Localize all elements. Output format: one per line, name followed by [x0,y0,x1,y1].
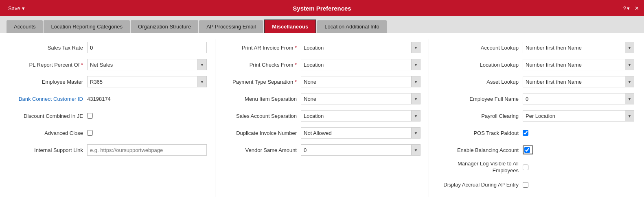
select-menu-item-sep[interactable]: None ▼ [301,93,421,104]
label-asset-lookup: Asset Lookup [437,79,523,85]
chevron-down-icon[interactable]: ▼ [411,59,420,70]
select-pl-report[interactable]: Net Sales ▼ [87,59,207,70]
row-enable-balancing: Enable Balancing Account [437,143,634,156]
label-pos-track-paidout: POS Track Paidout [437,130,523,136]
close-button[interactable]: ✕ [635,5,639,11]
chevron-down-icon[interactable]: ▼ [411,111,420,121]
row-print-checks: Print Checks From Location ▼ [223,58,421,71]
chevron-down-icon[interactable]: ▼ [625,111,634,121]
form-col-1: Sales Tax Rate PL Report Percent Of Net … [10,39,212,197]
select-employee-full-name[interactable]: 0 ▼ [523,93,634,104]
tab-miscellaneous[interactable]: Miscellaneous [264,20,316,33]
label-payment-type: Payment Type Separation [223,79,301,85]
header: Save ▾ System Preferences ? ▾ ✕ [0,0,644,16]
chevron-down-icon[interactable]: ▼ [625,93,634,104]
chevron-down-icon[interactable]: ▼ [411,145,420,155]
select-print-ar-value: Location [301,43,411,52]
select-account-lookup-value: Number first then Name [523,43,625,52]
chevron-down-icon[interactable]: ▼ [625,59,634,70]
save-label: Save [8,5,20,11]
select-print-checks[interactable]: Location ▼ [301,59,421,70]
checkbox-advanced-close[interactable] [87,130,93,136]
value-account-lookup: Number first then Name ▼ [523,42,634,53]
select-asset-lookup[interactable]: Number first then Name ▼ [523,76,634,87]
checkbox-display-accrual[interactable] [523,182,528,188]
row-asset-lookup: Asset Lookup Number first then Name ▼ [437,75,634,88]
select-print-checks-value: Location [301,60,411,69]
save-button[interactable]: Save ▾ [5,4,28,13]
select-payroll-clearing[interactable]: Per Location ▼ [523,110,634,122]
select-vendor-same-amount[interactable]: 0 ▼ [301,144,421,156]
tab-accounts[interactable]: Accounts [7,20,43,33]
help-button[interactable]: ? ▾ [623,5,630,11]
chevron-down-icon[interactable]: ▼ [625,42,634,53]
row-payment-type: Payment Type Separation None ▼ [223,75,421,88]
label-display-accrual: Display Accrual During AP Entry [437,182,523,188]
checkbox-discount-combined[interactable] [87,113,93,119]
row-location-lookup: Location Lookup Number first then Name ▼ [437,58,634,71]
tab-ap-processing[interactable]: AP Processing Email [199,20,263,33]
select-employee-master[interactable]: R365 ▼ [87,76,207,87]
select-pl-report-value: Net Sales [88,60,197,69]
tab-org-structure[interactable]: Organization Structure [131,20,198,33]
row-payroll-clearing: Payroll Clearing Per Location ▼ [437,109,634,122]
value-payroll-clearing: Per Location ▼ [523,110,634,122]
value-vendor-same-amount: 0 ▼ [301,144,421,156]
label-employee-full-name: Employee Full Name [437,96,523,102]
label-sales-account-sep: Sales Account Separation [223,113,301,119]
label-employee-master: Employee Master [10,79,87,85]
value-bank-connect: 43198174 [87,96,207,102]
chevron-down-icon[interactable]: ▼ [625,76,634,87]
content-area: Sales Tax Rate PL Report Percent Of Net … [0,33,644,217]
checkbox-enable-balancing[interactable] [524,147,530,153]
checkbox-pos-track-paidout[interactable] [523,130,528,136]
row-display-accrual: Display Accrual During AP Entry [437,178,634,191]
label-print-checks: Print Checks From [223,62,301,68]
label-sales-tax-rate: Sales Tax Rate [10,45,87,51]
label-advanced-close: Advanced Close [10,130,87,136]
label-discount-combined: Discount Combined in JE [10,113,87,119]
row-bank-connect: Bank Connect Customer ID 43198174 [10,92,207,105]
row-sales-account-sep: Sales Account Separation Location ▼ [223,109,421,122]
value-payment-type: None ▼ [301,76,421,87]
label-enable-balancing: Enable Balancing Account [437,147,523,153]
select-payment-type-value: None [301,77,411,87]
select-menu-item-sep-value: None [301,94,411,104]
chevron-down-icon[interactable]: ▼ [197,59,206,70]
chevron-down-icon[interactable]: ▼ [197,76,206,87]
checkbox-manager-log[interactable] [523,165,528,170]
select-vendor-same-amount-value: 0 [301,145,411,155]
select-duplicate-invoice-value: Not Allowed [301,128,411,138]
input-sales-tax-rate[interactable] [87,42,207,53]
select-account-lookup[interactable]: Number first then Name ▼ [523,42,634,53]
col-divider-1 [215,39,215,197]
row-account-lookup: Account Lookup Number first then Name ▼ [437,41,634,54]
chevron-down-icon[interactable]: ▼ [411,42,420,53]
close-icon: ✕ [635,5,639,11]
select-payroll-clearing-value: Per Location [523,111,625,121]
value-employee-full-name: 0 ▼ [523,93,634,104]
input-internal-support[interactable] [87,144,207,156]
select-location-lookup[interactable]: Number first then Name ▼ [523,59,634,70]
select-payment-type[interactable]: None ▼ [301,76,421,87]
chevron-down-icon[interactable]: ▼ [411,93,420,104]
select-sales-account-sep[interactable]: Location ▼ [301,110,421,122]
select-location-lookup-value: Number first then Name [523,60,625,69]
label-bank-connect[interactable]: Bank Connect Customer ID [10,96,87,102]
save-dropdown-arrow: ▾ [22,5,25,11]
value-sales-account-sep: Location ▼ [301,110,421,122]
value-discount-combined [87,113,207,119]
select-print-ar[interactable]: Location ▼ [301,42,421,53]
row-vendor-same-amount: Vendor Same Amount 0 ▼ [223,143,421,156]
tab-location-reporting[interactable]: Location Reporting Categories [44,20,130,33]
select-sales-account-sep-value: Location [301,111,411,121]
row-menu-item-sep: Menu Item Separation None ▼ [223,92,421,105]
chevron-down-icon[interactable]: ▼ [411,76,420,87]
row-print-ar: Print AR Invoice From Location ▼ [223,41,421,54]
value-location-lookup: Number first then Name ▼ [523,59,634,70]
value-internal-support [87,144,207,156]
select-duplicate-invoice[interactable]: Not Allowed ▼ [301,127,421,139]
tab-location-additional[interactable]: Location Additional Info [317,20,386,33]
chevron-down-icon[interactable]: ▼ [411,128,420,138]
row-sales-tax-rate: Sales Tax Rate [10,41,207,54]
